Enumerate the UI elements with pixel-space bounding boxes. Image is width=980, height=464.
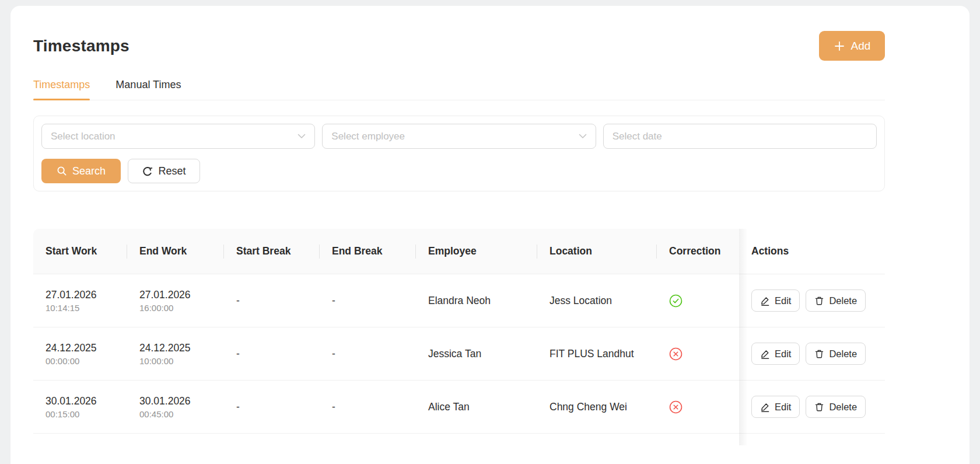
start-work-date: 30.01.2026 xyxy=(46,395,97,407)
end-work-time: 00:45:00 xyxy=(139,409,173,419)
cell-correction xyxy=(657,381,739,433)
tab-manual-times[interactable]: Manual Times xyxy=(116,79,181,100)
add-button-label: Add xyxy=(851,40,871,53)
search-button[interactable]: Search xyxy=(41,159,121,183)
trash-icon xyxy=(814,296,824,306)
edit-button[interactable]: Edit xyxy=(751,343,800,365)
tab-timestamps[interactable]: Timestamps xyxy=(33,79,90,100)
search-icon xyxy=(57,166,67,176)
start-break-value: - xyxy=(236,295,240,307)
end-break-value: - xyxy=(332,348,335,360)
start-work-time: 00:00:00 xyxy=(46,356,79,366)
employee-name: Alice Tan xyxy=(428,401,470,413)
search-button-label: Search xyxy=(72,165,106,177)
col-end-break: End Break xyxy=(320,229,416,274)
edit-icon xyxy=(760,296,770,306)
reset-button[interactable]: Reset xyxy=(128,159,200,183)
edit-icon xyxy=(760,349,770,359)
correction-rejected-icon xyxy=(669,400,682,414)
cell-actions: Edit Delete xyxy=(739,274,885,327)
plus-icon xyxy=(834,40,845,52)
edit-button-label: Edit xyxy=(775,348,791,360)
table-row: 27.01.2026 10:14:15 27.01.2026 16:00:00 … xyxy=(33,274,885,327)
cell-end-break: - xyxy=(320,274,416,327)
date-input-placeholder: Select date xyxy=(612,131,662,142)
cell-end-break: - xyxy=(320,381,416,433)
add-button[interactable]: Add xyxy=(819,31,885,61)
delete-button-label: Delete xyxy=(829,295,857,306)
end-work-date: 30.01.2026 xyxy=(139,395,191,407)
start-break-value: - xyxy=(236,348,240,360)
cell-location: FIT PLUS Landhut xyxy=(537,327,657,380)
timestamps-table: Start Work End Work Start Break End Brea… xyxy=(33,229,885,434)
cell-end-work: 30.01.2026 00:45:00 xyxy=(127,381,224,433)
cell-end-work: 27.01.2026 16:00:00 xyxy=(127,274,224,327)
edit-button[interactable]: Edit xyxy=(751,289,800,312)
cell-actions: Edit Delete xyxy=(739,381,885,433)
delete-button[interactable]: Delete xyxy=(806,343,866,365)
col-start-work: Start Work xyxy=(33,229,127,274)
page-title: Timestamps xyxy=(33,37,130,55)
table-row: 24.12.2025 00:00:00 24.12.2025 10:00:00 … xyxy=(33,327,885,381)
end-break-value: - xyxy=(332,295,335,307)
cell-start-break: - xyxy=(224,274,320,327)
reset-icon xyxy=(142,166,153,177)
edit-button-label: Edit xyxy=(775,402,791,413)
cell-correction xyxy=(657,274,739,327)
cell-start-work: 24.12.2025 00:00:00 xyxy=(33,327,127,380)
col-correction: Correction xyxy=(657,229,739,274)
cell-actions: Edit Delete xyxy=(739,327,885,380)
end-work-time: 16:00:00 xyxy=(139,303,173,313)
correction-approved-icon xyxy=(669,294,682,308)
employee-name: Elandra Neoh xyxy=(428,295,491,307)
table-header: Start Work End Work Start Break End Brea… xyxy=(33,229,885,274)
employee-name: Jessica Tan xyxy=(428,348,481,360)
edit-button-label: Edit xyxy=(775,295,791,306)
col-actions: Actions xyxy=(739,229,885,274)
date-input[interactable]: Select date xyxy=(603,124,877,149)
reset-button-label: Reset xyxy=(158,165,186,177)
end-work-date: 27.01.2026 xyxy=(139,289,191,301)
cell-employee: Elandra Neoh xyxy=(416,274,537,327)
delete-button[interactable]: Delete xyxy=(806,396,866,418)
col-employee: Employee xyxy=(416,229,537,274)
col-location: Location xyxy=(537,229,657,274)
cell-employee: Alice Tan xyxy=(416,381,537,433)
employee-select-placeholder: Select employee xyxy=(331,131,405,142)
edit-icon xyxy=(760,402,770,412)
delete-button-label: Delete xyxy=(829,402,857,413)
delete-button[interactable]: Delete xyxy=(806,289,866,312)
location-name: Jess Location xyxy=(550,295,612,307)
cell-start-break: - xyxy=(224,381,320,433)
correction-rejected-icon xyxy=(669,347,682,361)
trash-icon xyxy=(814,402,824,412)
cell-location: Jess Location xyxy=(537,274,657,327)
col-end-work: End Work xyxy=(127,229,224,274)
cell-end-work: 24.12.2025 10:00:00 xyxy=(127,327,224,380)
location-select[interactable]: Select location xyxy=(41,124,315,149)
main-card: Timestamps Add Timestamps Manual Times S… xyxy=(10,6,970,464)
cell-location: Chng Cheng Wei xyxy=(537,381,657,433)
end-work-time: 10:00:00 xyxy=(139,356,173,366)
tab-bar: Timestamps Manual Times xyxy=(33,79,885,100)
edit-button[interactable]: Edit xyxy=(751,396,800,418)
cell-start-work: 30.01.2026 00:15:00 xyxy=(33,381,127,433)
start-work-time: 00:15:00 xyxy=(46,409,79,419)
start-work-time: 10:14:15 xyxy=(46,303,79,313)
employee-select[interactable]: Select employee xyxy=(322,124,596,149)
cell-start-break: - xyxy=(224,327,320,380)
col-start-break: Start Break xyxy=(224,229,320,274)
chevron-down-icon xyxy=(579,134,587,139)
page-header: Timestamps Add xyxy=(33,31,885,61)
cell-start-work: 27.01.2026 10:14:15 xyxy=(33,274,127,327)
location-select-placeholder: Select location xyxy=(51,131,116,142)
cell-end-break: - xyxy=(320,327,416,380)
delete-button-label: Delete xyxy=(829,348,857,360)
start-work-date: 27.01.2026 xyxy=(46,289,97,301)
filter-panel: Select location Select employee Select d… xyxy=(33,116,885,191)
location-name: FIT PLUS Landhut xyxy=(550,348,634,360)
chevron-down-icon xyxy=(298,134,306,139)
end-work-date: 24.12.2025 xyxy=(139,342,191,354)
end-break-value: - xyxy=(332,401,335,413)
table-row: 30.01.2026 00:15:00 30.01.2026 00:45:00 … xyxy=(33,381,885,434)
